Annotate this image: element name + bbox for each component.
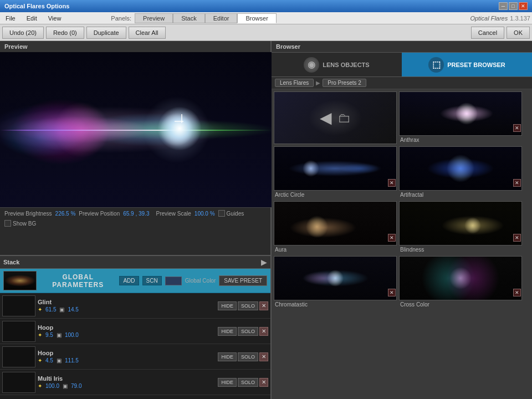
preset-thumb-anthrax[interactable] [399, 91, 522, 136]
redo-button[interactable]: Redo (0) [46, 27, 84, 39]
tab-stack[interactable]: Stack [173, 13, 205, 23]
ok-button[interactable]: OK [507, 27, 530, 39]
brightness-val-hoop1[interactable]: 9.5 [45, 332, 53, 338]
brightness-value[interactable]: 226.5 % [55, 211, 76, 217]
hide-btn-multiiris[interactable]: HIDE [218, 378, 237, 387]
stack-info-hoop1: Hoop ✦ 9.5 ▣ 100.0 [38, 324, 216, 338]
minimize-button[interactable]: ─ [499, 2, 508, 10]
scale-val-hoop2[interactable]: 111.5 [65, 357, 79, 364]
tab-editor[interactable]: Editor [205, 13, 238, 23]
remove-btn-multiiris[interactable]: ✕ [259, 378, 268, 387]
clear-all-button[interactable]: Clear All [129, 27, 166, 39]
close-button[interactable]: ✕ [519, 2, 528, 10]
brightness-icon-hoop1: ✦ [38, 332, 42, 338]
lens-objects-tab[interactable]: ◉ LENS OBJECTS [272, 53, 402, 76]
preset-remove-chromatastic[interactable]: ✕ [388, 289, 396, 296]
hide-btn-hoop2[interactable]: HIDE [218, 352, 237, 361]
global-color-label: Global Color [185, 278, 216, 284]
show-bg-checkbox[interactable]: Show BG [4, 220, 36, 227]
duplicate-button[interactable]: Duplicate [86, 27, 126, 39]
preset-item-anthrax[interactable]: ✕ Anthrax [399, 91, 522, 144]
stack-collapse-arrow[interactable]: ▶ [261, 258, 267, 267]
save-preset-button[interactable]: SAVE PRESET [219, 275, 267, 286]
preset-thumb-back[interactable]: ◀ 🗀 [274, 91, 397, 144]
menu-edit[interactable]: Edit [21, 14, 43, 23]
add-button[interactable]: ADD [119, 276, 139, 285]
preview-section: Preview Preview Brightness 226.5 % Previ… [0, 41, 270, 255]
brightness-val-hoop2[interactable]: 4.5 [45, 357, 53, 364]
scale-val-multiiris[interactable]: 79.0 [71, 383, 81, 389]
preview-canvas[interactable] [0, 52, 272, 207]
stack-controls-hoop1: HIDE SOLO ✕ [218, 327, 268, 336]
preset-remove-crosscolor[interactable]: ✕ [513, 289, 521, 296]
preset-item-blindness[interactable]: ✕ Blindness [399, 201, 522, 254]
hide-btn-hoop1[interactable]: HIDE [218, 327, 237, 336]
preset-thumb-artifractal[interactable] [399, 146, 522, 191]
preset-item-back[interactable]: ◀ 🗀 .. [274, 91, 397, 144]
preset-grid-container[interactable]: ◀ 🗀 .. ✕ Anthrax ✕ Arctic Circle [272, 89, 532, 399]
menu-bar: File Edit View Panels: Preview Stack Edi… [0, 12, 532, 24]
remove-btn-hoop2[interactable]: ✕ [259, 352, 268, 361]
flare-glow-center [157, 106, 202, 151]
scale-value[interactable]: 100.0 % [195, 211, 215, 217]
brightness-val-glint[interactable]: 61.5 [45, 306, 56, 313]
preset-thumb-crosscolor[interactable] [399, 256, 522, 300]
brightness-val-multiiris[interactable]: 100.0 [45, 383, 59, 389]
preset-remove-artifractal[interactable]: ✕ [513, 179, 521, 187]
preset-thumb-chromatastic[interactable] [274, 256, 397, 300]
stack-item-multiiris[interactable]: Multi Iris ✦ 100.0 ▣ 79.0 HIDE SOLO ✕ [0, 370, 270, 395]
hide-btn-glint[interactable]: HIDE [218, 301, 237, 310]
stack-thumb-glint [2, 295, 35, 316]
preset-thumb-arctic[interactable] [274, 146, 397, 191]
preset-item-crosscolor[interactable]: ✕ Cross Color [399, 256, 522, 309]
solo-btn-multiiris[interactable]: SOLO [238, 378, 258, 387]
menu-view[interactable]: View [43, 14, 67, 23]
preset-remove-blindness[interactable]: ✕ [513, 234, 521, 242]
stack-item-hoop2[interactable]: Hoop ✦ 4.5 ▣ 111.5 HIDE SOLO ✕ [0, 344, 270, 370]
stack-item-glint[interactable]: Glint ✦ 61.5 ▣ 14.5 HIDE SOLO ✕ [0, 293, 270, 319]
scn-button[interactable]: SCN [142, 276, 162, 285]
stack-list[interactable]: Glint ✦ 61.5 ▣ 14.5 HIDE SOLO ✕ [0, 293, 270, 399]
stack-name-glint: Glint [38, 299, 216, 305]
position-value[interactable]: 65.9 , 39.3 [123, 211, 149, 217]
breadcrumb-pro-presets[interactable]: Pro Presets 2 [323, 79, 366, 87]
preset-remove-arctic[interactable]: ✕ [388, 179, 396, 187]
preset-remove-anthrax[interactable]: ✕ [513, 124, 521, 132]
stack-thumb-hoop1 [2, 321, 35, 342]
cancel-button[interactable]: Cancel [471, 27, 504, 39]
scale-val-hoop1[interactable]: 100.0 [65, 332, 79, 338]
preset-item-chromatastic[interactable]: ✕ Chromatastic [274, 256, 397, 309]
stack-info-hoop2: Hoop ✦ 4.5 ▣ 111.5 [38, 350, 216, 364]
preset-thumb-blindness[interactable] [399, 201, 522, 245]
cursor-crosshair[interactable] [179, 119, 185, 124]
remove-btn-hoop1[interactable]: ✕ [259, 327, 268, 336]
preset-browser-tab[interactable]: ⬚ PRESET BROWSER [402, 53, 532, 76]
tab-browser[interactable]: Browser [237, 13, 276, 23]
preset-item-arctic[interactable]: ✕ Arctic Circle [274, 146, 397, 199]
show-bg-check[interactable] [4, 220, 11, 227]
stack-item-hoop1[interactable]: Hoop ✦ 9.5 ▣ 100.0 HIDE SOLO ✕ [0, 319, 270, 344]
left-panel: Preview Preview Brightness 226.5 % Previ… [0, 41, 272, 399]
title-bar: Optical Flares Options ─ □ ✕ [0, 0, 532, 12]
preset-remove-aura[interactable]: ✕ [388, 234, 396, 242]
breadcrumb-lens-flares[interactable]: Lens Flares [275, 79, 314, 87]
stack-name-hoop2: Hoop [38, 350, 216, 356]
remove-btn-glint[interactable]: ✕ [259, 301, 268, 310]
tab-preview[interactable]: Preview [135, 13, 173, 23]
solo-btn-hoop1[interactable]: SOLO [238, 327, 258, 336]
preset-item-aura[interactable]: ✕ Aura [274, 201, 397, 254]
preset-thumb-aura[interactable] [274, 201, 397, 245]
preset-item-artifractal[interactable]: ✕ Artifractal [399, 146, 522, 199]
scale-val-glint[interactable]: 14.5 [68, 306, 78, 313]
global-color-swatch[interactable] [165, 277, 182, 285]
global-params-title: GLOBAL PARAMETERS [40, 273, 116, 289]
solo-btn-glint[interactable]: SOLO [238, 301, 258, 310]
menu-file[interactable]: File [0, 14, 21, 23]
global-params-bar: GLOBAL PARAMETERS ADD SCN Global Color S… [0, 269, 270, 293]
brightness-icon-hoop2: ✦ [38, 357, 42, 364]
maximize-button[interactable]: □ [509, 2, 518, 10]
solo-btn-hoop2[interactable]: SOLO [238, 352, 258, 361]
guides-checkbox[interactable]: Guides [218, 210, 244, 217]
undo-button[interactable]: Undo (20) [2, 27, 44, 39]
guides-check[interactable] [218, 210, 225, 217]
